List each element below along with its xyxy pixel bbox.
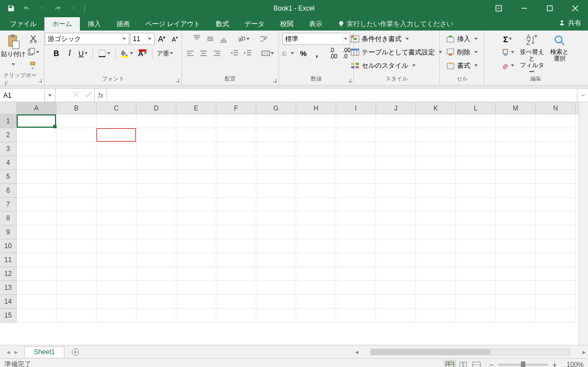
orientation-button[interactable]: ab	[235, 33, 252, 45]
font-name-combo[interactable]: 游ゴシック	[45, 33, 129, 45]
save-button[interactable]	[4, 2, 18, 15]
cell[interactable]	[256, 142, 296, 156]
tell-me-search[interactable]: 実行したい作業を入力してください	[330, 17, 453, 31]
cell[interactable]	[57, 267, 97, 281]
cell[interactable]	[536, 212, 576, 225]
percent-button[interactable]: %	[297, 47, 310, 59]
align-center-button[interactable]	[197, 47, 210, 59]
cell[interactable]	[97, 128, 136, 142]
cell[interactable]	[136, 239, 176, 253]
cell[interactable]	[296, 184, 336, 198]
column-header[interactable]: E	[176, 102, 216, 114]
row-header[interactable]: 2	[0, 128, 17, 142]
cell[interactable]	[416, 212, 456, 225]
cell-styles-button[interactable]: セルのスタイル	[349, 59, 417, 72]
cell[interactable]	[216, 309, 256, 323]
tab-formulas[interactable]: 数式	[208, 17, 237, 31]
cell[interactable]	[376, 281, 416, 295]
cell[interactable]	[256, 184, 296, 198]
cell[interactable]	[176, 198, 216, 212]
hscroll-left[interactable]: ◂	[353, 348, 361, 356]
cell[interactable]	[456, 281, 496, 295]
undo-dropdown[interactable]	[36, 2, 49, 15]
sheet-tab[interactable]: Sheet1	[24, 346, 64, 357]
conditional-format-button[interactable]: 条件付き書式	[349, 33, 410, 45]
font-dialog-launcher[interactable]	[174, 77, 180, 83]
cell[interactable]	[97, 253, 136, 267]
cell[interactable]	[416, 170, 456, 184]
cell[interactable]	[256, 225, 296, 239]
comma-button[interactable]: ,	[311, 47, 323, 59]
column-header[interactable]: H	[296, 102, 336, 114]
cell[interactable]	[536, 309, 576, 323]
cell[interactable]	[216, 142, 256, 156]
cell[interactable]	[496, 212, 536, 225]
font-color-button[interactable]: A	[136, 47, 149, 59]
grow-font-button[interactable]: A▴	[156, 33, 168, 45]
cell[interactable]	[416, 225, 456, 239]
cell[interactable]	[456, 170, 496, 184]
column-header[interactable]: L	[456, 102, 496, 114]
cell[interactable]	[17, 267, 57, 281]
column-header[interactable]: N	[536, 102, 576, 114]
cell[interactable]	[216, 184, 256, 198]
cell[interactable]	[136, 212, 176, 225]
cell[interactable]	[97, 225, 136, 239]
cell[interactable]	[376, 114, 416, 128]
cell[interactable]	[536, 114, 576, 128]
cell[interactable]	[496, 170, 536, 184]
cell[interactable]	[216, 253, 256, 267]
column-header[interactable]: C	[97, 102, 136, 114]
align-left-button[interactable]	[184, 47, 196, 59]
column-header[interactable]: B	[57, 102, 97, 114]
increase-decimal-button[interactable]: .0.00	[327, 47, 339, 59]
cell[interactable]	[97, 114, 136, 128]
cell[interactable]	[176, 142, 216, 156]
close-button[interactable]	[562, 0, 588, 16]
clipboard-dialog-launcher[interactable]	[36, 77, 43, 83]
cell[interactable]	[136, 156, 176, 170]
page-break-view-button[interactable]	[470, 360, 483, 368]
tab-draw[interactable]: 描画	[109, 17, 138, 31]
cell[interactable]	[176, 212, 216, 225]
cell[interactable]	[57, 142, 97, 156]
cell[interactable]	[216, 239, 256, 253]
format-as-table-button[interactable]: テーブルとして書式設定	[349, 46, 444, 58]
cell[interactable]	[496, 225, 536, 239]
cell[interactable]	[336, 281, 376, 295]
redo-dropdown[interactable]	[67, 2, 80, 15]
cell[interactable]	[17, 198, 57, 212]
cell[interactable]	[376, 212, 416, 225]
sheet-nav-next[interactable]: ▸	[14, 348, 18, 356]
row-header[interactable]: 11	[0, 253, 17, 267]
cell[interactable]	[536, 142, 576, 156]
cell[interactable]	[496, 114, 536, 128]
zoom-out-button[interactable]: −	[489, 360, 494, 368]
cell[interactable]	[296, 225, 336, 239]
cell[interactable]	[17, 114, 57, 128]
cell[interactable]	[376, 184, 416, 198]
cell[interactable]	[17, 128, 57, 142]
cell[interactable]	[416, 184, 456, 198]
horizontal-scrollbar[interactable]	[371, 349, 570, 355]
row-header[interactable]: 3	[0, 142, 17, 156]
cell[interactable]	[456, 198, 496, 212]
undo-button[interactable]	[20, 2, 33, 15]
cell[interactable]	[57, 184, 97, 198]
cell[interactable]	[17, 184, 57, 198]
find-select-button[interactable]: 検索と 選択	[548, 33, 572, 62]
cell[interactable]	[97, 281, 136, 295]
cell[interactable]	[256, 239, 296, 253]
cell[interactable]	[57, 128, 97, 142]
column-header[interactable]: J	[376, 102, 416, 114]
cell[interactable]	[57, 170, 97, 184]
cell[interactable]	[296, 267, 336, 281]
font-size-combo[interactable]: 11	[130, 33, 155, 45]
cell[interactable]	[136, 128, 176, 142]
cell[interactable]	[336, 239, 376, 253]
cell[interactable]	[376, 198, 416, 212]
cell[interactable]	[17, 170, 57, 184]
cell[interactable]	[376, 156, 416, 170]
cancel-formula-button[interactable]	[72, 91, 80, 100]
cell[interactable]	[296, 309, 336, 323]
